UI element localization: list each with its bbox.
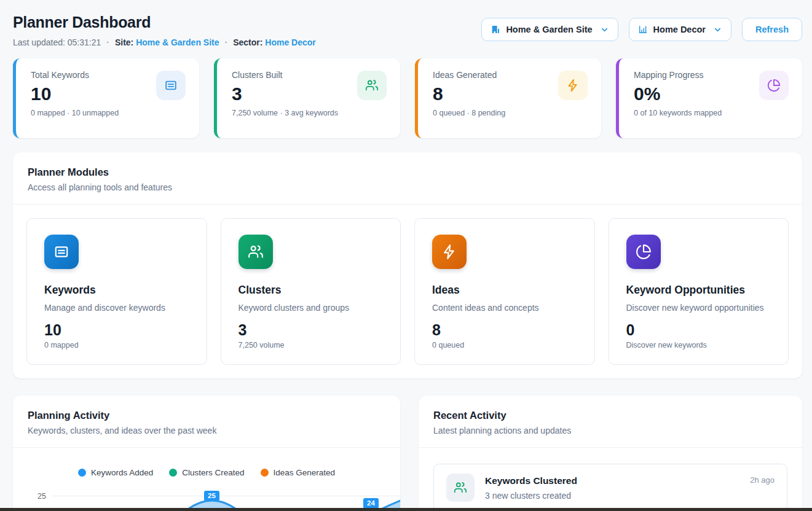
module-card-ideas[interactable]: Ideas Content ideas and concepts 8 0 que… bbox=[414, 218, 595, 365]
legend-dot-icon bbox=[78, 469, 86, 477]
list-icon bbox=[44, 235, 79, 269]
last-updated-time: 05:31:21 bbox=[68, 37, 101, 47]
refresh-button[interactable]: Refresh bbox=[742, 18, 802, 41]
pie-chart-icon bbox=[759, 71, 789, 100]
legend-item-ideas-generated[interactable]: Ideas Generated bbox=[261, 468, 336, 477]
planner-modules-panel: Planner Modules Access all planning tool… bbox=[13, 152, 802, 378]
building-icon bbox=[491, 25, 500, 34]
planning-activity-card: Planning Activity Keywords, clusters, an… bbox=[13, 396, 400, 511]
stat-subtext: 7,250 volume · 3 avg keywords bbox=[232, 109, 385, 117]
bolt-icon bbox=[558, 71, 588, 100]
recent-activity-header: Recent Activity Latest planning actions … bbox=[419, 396, 802, 448]
bottom-row: Planning Activity Keywords, clusters, an… bbox=[13, 396, 802, 511]
legend-label: Keywords Added bbox=[91, 468, 153, 477]
modules-grid: Keywords Manage and discover keywords 10… bbox=[13, 205, 802, 378]
stat-subtext: 0 queued · 8 pending bbox=[433, 109, 586, 117]
module-subtext: 7,250 volume bbox=[238, 341, 384, 349]
section-subtitle: Keywords, clusters, and ideas over the p… bbox=[28, 426, 385, 435]
list-icon bbox=[156, 71, 186, 100]
stat-card-mapping-progress: Mapping Progress 0% 0 of 10 keywords map… bbox=[616, 58, 802, 138]
users-icon bbox=[238, 235, 273, 269]
meta-separator: · bbox=[225, 37, 228, 47]
section-title: Planner Modules bbox=[28, 166, 787, 178]
chevron-down-icon bbox=[713, 25, 722, 34]
site-selector-dropdown[interactable]: Home & Garden Site bbox=[481, 18, 618, 41]
stat-card-total-keywords: Total Keywords 10 0 mapped · 10 unmapped bbox=[13, 58, 199, 138]
planning-activity-header: Planning Activity Keywords, clusters, an… bbox=[13, 396, 400, 448]
meta-separator: · bbox=[106, 37, 109, 47]
module-description: Content ideas and concepts bbox=[432, 303, 577, 313]
site-selector-label: Home & Garden Site bbox=[506, 25, 592, 34]
module-card-keyword-opportunities[interactable]: Keyword Opportunities Discover new keywo… bbox=[609, 218, 789, 365]
module-subtext: 0 queued bbox=[432, 341, 577, 349]
module-title: Keyword Opportunities bbox=[626, 284, 771, 297]
legend-dot-icon bbox=[261, 469, 269, 477]
sector-link[interactable]: Home Decor bbox=[265, 37, 315, 47]
module-description: Keyword clusters and groups bbox=[238, 303, 384, 313]
module-title: Clusters bbox=[238, 284, 384, 297]
activity-item-keywords-clustered[interactable]: Keywords Clustered 3 new clusters create… bbox=[433, 464, 787, 511]
module-value: 10 bbox=[44, 321, 189, 339]
stat-card-clusters-built: Clusters Built 3 7,250 volume · 3 avg ke… bbox=[214, 58, 400, 138]
chevron-down-icon bbox=[600, 25, 609, 34]
users-icon bbox=[446, 474, 475, 502]
last-updated-text: Last updated: 05:31:21 bbox=[13, 37, 101, 47]
stat-card-ideas-generated: Ideas Generated 8 0 queued · 8 pending bbox=[415, 58, 601, 138]
module-subtext: Discover new keywords bbox=[626, 341, 771, 349]
pie-chart-icon bbox=[626, 235, 661, 269]
stat-subtext: 0 of 10 keywords mapped bbox=[634, 109, 787, 117]
sector-selector-dropdown[interactable]: Home Decor bbox=[629, 18, 731, 41]
planner-dashboard-page: Planner Dashboard Last updated: 05:31:21… bbox=[0, 0, 812, 511]
legend-item-keywords-added[interactable]: Keywords Added bbox=[78, 468, 153, 477]
sector-meta: Sector: Home Decor bbox=[233, 37, 316, 47]
site-link[interactable]: Home & Garden Site bbox=[136, 37, 219, 47]
legend-label: Ideas Generated bbox=[274, 468, 336, 477]
data-point-label: 24 bbox=[363, 498, 379, 509]
module-card-clusters[interactable]: Clusters Keyword clusters and groups 3 7… bbox=[221, 218, 401, 365]
activity-description: 3 new clusters created bbox=[485, 491, 577, 501]
chart-legend: Keywords Added Clusters Created Ideas Ge… bbox=[13, 468, 400, 477]
module-title: Ideas bbox=[432, 284, 577, 297]
module-description: Discover new keyword opportunities bbox=[626, 303, 771, 313]
section-subtitle: Latest planning actions and updates bbox=[433, 426, 787, 435]
stats-row: Total Keywords 10 0 mapped · 10 unmapped… bbox=[13, 58, 802, 138]
module-subtext: 0 mapped bbox=[44, 341, 189, 349]
section-title: Planning Activity bbox=[28, 410, 385, 421]
section-subtitle: Access all planning tools and features bbox=[28, 182, 787, 192]
module-value: 0 bbox=[626, 321, 771, 339]
recent-activity-card: Recent Activity Latest planning actions … bbox=[419, 396, 802, 511]
section-title: Recent Activity bbox=[433, 410, 787, 421]
page-header: Planner Dashboard Last updated: 05:31:21… bbox=[13, 0, 802, 47]
bolt-icon bbox=[432, 235, 467, 269]
module-value: 8 bbox=[432, 321, 577, 339]
planner-modules-header: Planner Modules Access all planning tool… bbox=[13, 152, 802, 205]
legend-label: Clusters Created bbox=[182, 468, 244, 477]
site-meta: Site: Home & Garden Site bbox=[115, 37, 219, 47]
stat-subtext: 0 mapped · 10 unmapped bbox=[31, 109, 184, 117]
module-title: Keywords bbox=[44, 284, 189, 297]
bar-chart-icon bbox=[638, 25, 648, 34]
header-controls: Home & Garden Site Home Decor Refresh bbox=[481, 18, 802, 41]
module-description: Manage and discover keywords bbox=[44, 303, 189, 313]
bottom-screen-edge-strip bbox=[0, 508, 812, 511]
users-icon bbox=[357, 71, 387, 100]
legend-dot-icon bbox=[169, 469, 177, 477]
activity-title: Keywords Clustered bbox=[485, 475, 577, 486]
module-value: 3 bbox=[238, 321, 384, 339]
module-card-keywords[interactable]: Keywords Manage and discover keywords 10… bbox=[26, 218, 207, 365]
sector-selector-label: Home Decor bbox=[653, 25, 706, 34]
legend-item-clusters-created[interactable]: Clusters Created bbox=[169, 468, 244, 477]
data-point-label: 25 bbox=[204, 491, 219, 501]
activity-texts: Keywords Clustered 3 new clusters create… bbox=[485, 474, 577, 501]
activity-timestamp: 2h ago bbox=[750, 475, 775, 485]
